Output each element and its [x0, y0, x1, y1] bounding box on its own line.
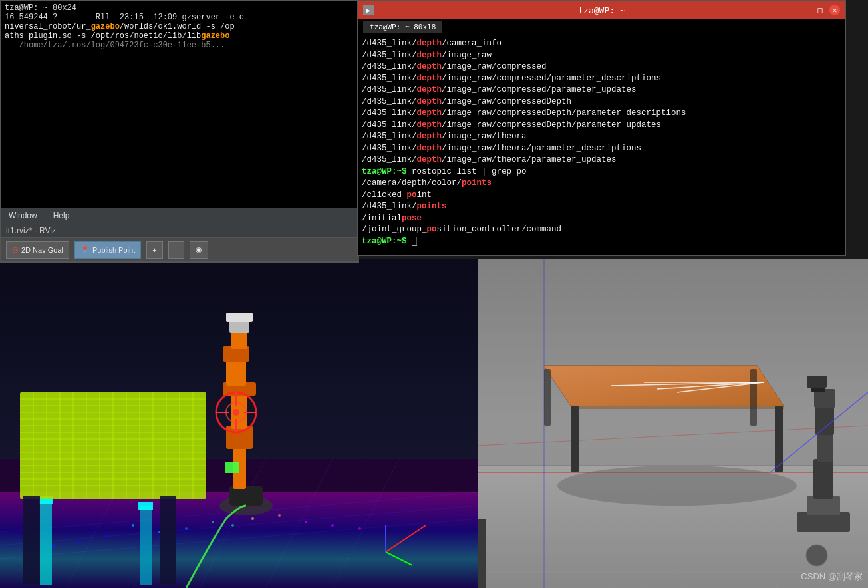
- terminal-titlebar-left: ▶: [363, 5, 374, 15]
- point-cloud-scene: [0, 259, 478, 588]
- nav-goal-label: 2D Nav Goal: [21, 246, 63, 254]
- terminal-titlebar: ▶ tza@WP: ~ — □ ✕: [358, 1, 845, 19]
- terminal-line: niversal_robot/ur_gazebo/worlds/ok1.worl…: [5, 22, 355, 31]
- svg-marker-102: [544, 366, 784, 406]
- minus-icon: –: [174, 246, 178, 254]
- terminal-title: tza@WP: ~: [578, 5, 625, 15]
- gazebo-scene: [478, 259, 868, 588]
- svg-rect-65: [226, 359, 246, 386]
- terminal-tab-label: tza@WP: ~ 80x18: [370, 23, 436, 31]
- rviz-toolbar: ◎ 2D Nav Goal 📍 Publish Point + – ◉: [1, 238, 359, 262]
- terminal-line: /d435_link/depth/image_raw/compressedDep…: [362, 120, 841, 132]
- svg-point-115: [806, 545, 827, 566]
- publish-point-button[interactable]: 📍 Publish Point: [74, 241, 141, 259]
- collapse-handle[interactable]: [478, 519, 486, 588]
- svg-rect-107: [750, 369, 757, 426]
- zoom-in-button[interactable]: +: [146, 241, 162, 259]
- minimize-button[interactable]: —: [800, 5, 811, 15]
- svg-point-108: [557, 466, 797, 506]
- watermark: CSDN @刮琴家: [801, 571, 863, 583]
- zoom-out-button[interactable]: –: [168, 241, 184, 259]
- svg-rect-58: [160, 496, 176, 585]
- view-button[interactable]: ◉: [190, 241, 208, 259]
- svg-rect-69: [226, 313, 253, 322]
- svg-rect-117: [807, 376, 827, 388]
- terminal-line: /d435_link/points: [362, 201, 841, 213]
- rviz-window: tza@WP: ~ 80x24 16 549244 ? Rll 23:15 12…: [0, 0, 359, 263]
- terminal-line: /d435_link/depth/image_raw/theora: [362, 131, 841, 143]
- terminal-line: tza@WP:~$ █: [362, 236, 841, 248]
- svg-rect-104: [571, 406, 579, 472]
- terminal-line: /d435_link/depth/image_raw/compressed/pa…: [362, 73, 841, 85]
- svg-rect-28: [138, 502, 153, 510]
- terminal-tab-bar: tza@WP: ~ 80x18: [358, 19, 845, 35]
- rviz-terminal-area: tza@WP: ~ 80x24 16 549244 ? Rll 23:15 12…: [1, 1, 359, 208]
- svg-rect-113: [815, 406, 834, 435]
- menu-help[interactable]: Help: [51, 210, 72, 221]
- terminal-body: /d435_link/depth/camera_info /d435_link/…: [358, 35, 845, 255]
- terminal-line: /home/tza/.ros/log/094723fc-c30e-11ee-b5…: [5, 41, 355, 50]
- svg-rect-77: [225, 462, 239, 473]
- terminal-titlebar-controls: — □ ✕: [800, 5, 840, 15]
- terminal-line: /d435_link/depth/image_raw: [362, 50, 841, 62]
- svg-rect-27: [140, 506, 152, 585]
- menu-window[interactable]: Window: [6, 210, 40, 221]
- terminal-line: /d435_link/depth/image_raw/theora/parame…: [362, 154, 841, 166]
- terminal-window: ▶ tza@WP: ~ — □ ✕ tza@WP: ~ 80x18 /d435_…: [357, 0, 846, 256]
- terminal-line: /d435_link/depth/camera_info: [362, 38, 841, 50]
- svg-rect-112: [817, 432, 833, 462]
- terminal-line: aths_plugin.so -s /opt/ros/noetic/lib/li…: [5, 31, 355, 41]
- nav-goal-icon: ◎: [12, 245, 19, 254]
- terminal-line: /d435_link/depth/image_raw/compressed/pa…: [362, 84, 841, 96]
- terminal-line: 16 549244 ? Rll 23:15 12:09 gzserver -e …: [5, 13, 355, 22]
- rviz-menubar: Window Help: [1, 208, 359, 223]
- maximize-button[interactable]: □: [815, 5, 825, 15]
- publish-point-label: Publish Point: [92, 246, 135, 254]
- close-button[interactable]: ✕: [829, 5, 840, 15]
- svg-rect-96: [478, 259, 868, 466]
- terminal-app-icon: ▶: [363, 5, 374, 15]
- nav-goal-button[interactable]: ◎ 2D Nav Goal: [6, 241, 69, 259]
- terminal-line: /camera/depth/color/points: [362, 178, 841, 190]
- svg-rect-106: [544, 369, 551, 426]
- plus-icon: +: [152, 246, 156, 254]
- terminal-line: tza@WP: ~ 80x24: [5, 3, 355, 13]
- terminal-line: /d435_link/depth/image_raw/theora/parame…: [362, 143, 841, 155]
- viewport-right[interactable]: CSDN @刮琴家: [478, 259, 868, 588]
- svg-rect-25: [40, 499, 52, 585]
- publish-point-icon: 📍: [80, 245, 90, 254]
- terminal-line: /joint_group_position_controller/command: [362, 224, 841, 236]
- terminal-line: /d435_link/depth/image_raw/compressed: [362, 61, 841, 73]
- terminal-line: /initialpose: [362, 213, 841, 225]
- svg-rect-111: [813, 459, 833, 499]
- terminal-line: /d435_link/depth/image_raw/compressedDep…: [362, 108, 841, 120]
- viewport-left[interactable]: [0, 259, 478, 588]
- svg-point-72: [233, 409, 239, 416]
- svg-rect-62: [226, 426, 253, 449]
- svg-rect-57: [23, 496, 40, 585]
- terminal-line: tza@WP:~$ rostopic list | grep po: [362, 166, 841, 178]
- terminal-line: /clicked_point: [362, 190, 841, 202]
- eye-icon: ◉: [196, 245, 202, 254]
- rviz-title: it1.rviz* - RViz: [6, 226, 56, 235]
- terminal-line: /d435_link/depth/image_raw/compressedDep…: [362, 96, 841, 108]
- terminal-tab-item[interactable]: tza@WP: ~ 80x18: [363, 21, 442, 33]
- viewport-area: CSDN @刮琴家: [0, 259, 868, 588]
